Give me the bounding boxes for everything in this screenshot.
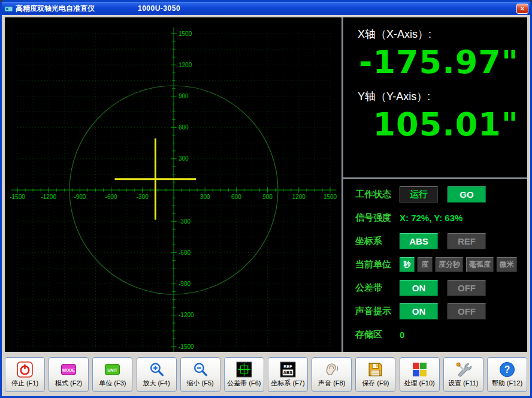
tolerance-icon xyxy=(236,361,252,378)
zoom-in-button[interactable]: 放大 (F4) xyxy=(137,357,177,392)
go-button[interactable]: GO xyxy=(448,186,486,203)
toolbar: 停止 (F1) MODE 模式 (F2) UNIT 单位 (F3) 放大 (F4… xyxy=(5,355,527,394)
svg-text:300: 300 xyxy=(200,194,210,200)
tolerance-band-button[interactable]: 公差带 (F6) xyxy=(224,357,264,392)
sound-button[interactable]: 声音 (F8) xyxy=(312,357,352,392)
save-button[interactable]: 保存 (F9) xyxy=(355,357,395,392)
svg-text:300: 300 xyxy=(179,155,189,162)
y-axis-label: Y轴（Y-Axis）: xyxy=(358,89,519,104)
status-panel: 工作状态 运行 GO 信号强度 X: 72%, Y: 63% 坐标系 ABS R… xyxy=(343,179,527,352)
unit-dms-button[interactable]: 度分秒 xyxy=(436,257,463,272)
unit-degree-button[interactable]: 度 xyxy=(418,257,433,272)
coordinate-system-icon: REFABS xyxy=(280,361,296,378)
svg-text:-600: -600 xyxy=(105,194,117,200)
x-axis-value: -175.97" xyxy=(358,44,519,81)
svg-text:-1200: -1200 xyxy=(41,194,56,200)
unit-mrad-button[interactable]: 毫弧度 xyxy=(466,257,494,272)
process-button[interactable]: 处理 (F10) xyxy=(400,357,440,392)
status-row-signal: 信号强度 X: 72%, Y: 63% xyxy=(355,206,524,230)
toolbar-button-label: 声音 (F8) xyxy=(318,379,345,388)
readout-panel: X轴（X-Axis）: -175.97" Y轴（Y-Axis）: 105.01"… xyxy=(341,17,527,352)
client-area: -1500-1500-1200-1200-900-900-600-600-300… xyxy=(2,15,530,396)
svg-text:UNIT: UNIT xyxy=(108,368,118,372)
svg-text:900: 900 xyxy=(262,194,273,200)
x-axis-label: X轴（X-Axis）: xyxy=(358,27,519,41)
signal-strength-value: X: 72%, Y: 63% xyxy=(400,213,463,223)
storage-area-label: 存储区 xyxy=(355,329,400,340)
svg-text:?: ? xyxy=(504,364,510,375)
axis-readout: X轴（X-Axis）: -175.97" Y轴（Y-Axis）: 105.01" xyxy=(343,17,527,179)
toolbar-button-label: 模式 (F2) xyxy=(55,379,82,388)
sound-alert-label: 声音提示 xyxy=(355,306,400,317)
current-unit-label: 当前单位 xyxy=(355,259,400,270)
unit-micron-button[interactable]: 微米 xyxy=(497,257,517,272)
toolbar-button-label: 公差带 (F6) xyxy=(227,379,261,388)
coordinate-system-button[interactable]: REFABS 坐标系 (F7) xyxy=(268,357,308,392)
sound-icon xyxy=(324,361,340,378)
stop-button[interactable]: 停止 (F1) xyxy=(5,357,45,392)
stop-icon xyxy=(17,361,33,378)
app-icon xyxy=(4,4,13,13)
coordinate-system-label: 坐标系 xyxy=(355,236,400,247)
abs-button[interactable]: ABS xyxy=(400,233,438,249)
app-window: 高精度双轴光电自准直仪 1000U-3050 × -1500-1500-1200… xyxy=(0,0,532,398)
run-button[interactable]: 运行 xyxy=(400,186,438,203)
toolbar-button-label: 保存 (F9) xyxy=(362,379,389,388)
toolbar-button-label: 处理 (F10) xyxy=(404,379,434,388)
window-title: 高精度双轴光电自准直仪 xyxy=(16,4,95,14)
zoom-out-icon xyxy=(192,361,208,378)
help-button[interactable]: ? 帮助 (F12) xyxy=(487,357,527,392)
svg-text:1500: 1500 xyxy=(324,194,337,200)
svg-text:-900: -900 xyxy=(74,194,86,200)
y-axis-value: 105.01" xyxy=(358,106,519,143)
toolbar-button-label: 放大 (F4) xyxy=(143,379,170,388)
svg-text:1200: 1200 xyxy=(292,194,306,200)
svg-text:-900: -900 xyxy=(179,281,191,287)
storage-area-value: 0 xyxy=(400,330,404,340)
status-row-tolerance: 公差带 ON OFF xyxy=(355,276,524,300)
sound-on-button[interactable]: ON xyxy=(400,303,438,319)
unit-icon: UNIT xyxy=(104,361,120,378)
display-area: -1500-1500-1200-1200-900-900-600-600-300… xyxy=(5,17,527,352)
status-row-storage: 存储区 0 xyxy=(355,323,524,346)
toolbar-button-label: 坐标系 (F7) xyxy=(271,379,304,388)
zoom-out-button[interactable]: 缩小 (F5) xyxy=(180,357,220,392)
window-model: 1000U-3050 xyxy=(138,4,180,13)
settings-button[interactable]: 设置 (F11) xyxy=(443,357,483,392)
mode-button[interactable]: MODE 模式 (F2) xyxy=(49,357,89,392)
sound-off-button[interactable]: OFF xyxy=(448,303,486,319)
toolbar-button-label: 单位 (F3) xyxy=(99,379,126,388)
toolbar-button-label: 帮助 (F12) xyxy=(492,379,522,388)
work-status-label: 工作状态 xyxy=(355,189,400,200)
toolbar-button-label: 缩小 (F5) xyxy=(187,379,214,388)
close-button[interactable]: × xyxy=(516,4,528,14)
zoom-in-icon xyxy=(149,361,165,378)
status-row-sound: 声音提示 ON OFF xyxy=(355,300,524,323)
svg-text:ABS: ABS xyxy=(283,370,292,375)
tolerance-off-button[interactable]: OFF xyxy=(448,280,486,296)
svg-text:600: 600 xyxy=(179,124,189,131)
svg-text:-300: -300 xyxy=(179,218,191,225)
svg-text:1500: 1500 xyxy=(179,31,192,37)
signal-strength-label: 信号强度 xyxy=(355,212,400,224)
svg-text:900: 900 xyxy=(179,93,189,100)
save-icon xyxy=(367,361,383,378)
plot-svg: -1500-1500-1200-1200-900-900-600-600-300… xyxy=(5,17,341,352)
mode-icon: MODE xyxy=(61,361,77,378)
svg-text:-600: -600 xyxy=(179,249,191,256)
svg-text:600: 600 xyxy=(231,194,241,200)
status-row-work: 工作状态 运行 GO xyxy=(355,183,524,206)
svg-text:-300: -300 xyxy=(137,194,149,200)
tolerance-on-button[interactable]: ON xyxy=(400,280,438,296)
process-icon xyxy=(412,361,428,378)
help-icon: ? xyxy=(499,361,515,378)
svg-text:-1200: -1200 xyxy=(179,312,194,318)
unit-arcsec-button[interactable]: 秒 xyxy=(400,257,415,272)
svg-text:-1500: -1500 xyxy=(179,343,194,350)
unit-button[interactable]: UNIT 单位 (F3) xyxy=(92,357,132,392)
ref-button[interactable]: REF xyxy=(448,233,486,249)
svg-text:REF: REF xyxy=(283,364,292,369)
toolbar-button-label: 设置 (F11) xyxy=(448,379,479,388)
svg-text:1200: 1200 xyxy=(179,62,192,68)
svg-text:-1500: -1500 xyxy=(10,194,25,200)
